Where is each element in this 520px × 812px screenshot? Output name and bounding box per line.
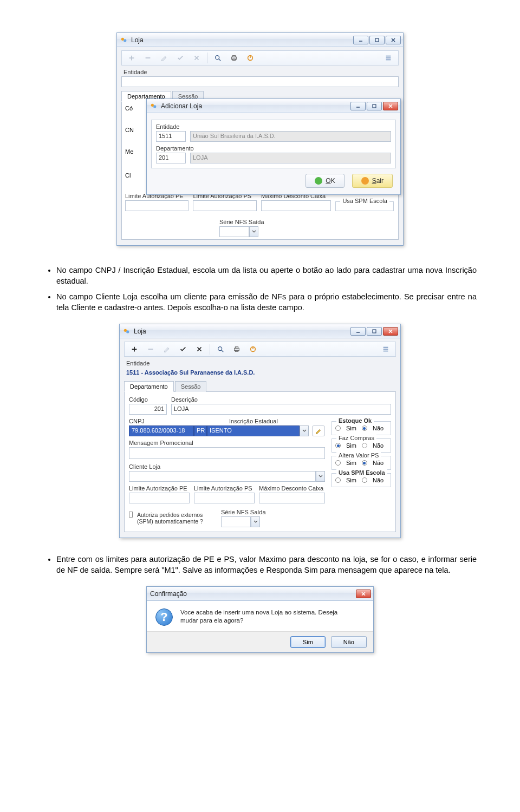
descricao-input[interactable]: LOJA <box>171 404 391 415</box>
question-icon: ? <box>155 608 173 626</box>
alteraps-nao-radio[interactable] <box>362 460 367 466</box>
uf-value[interactable]: PR <box>194 425 207 436</box>
dialog-title: Confirmação <box>150 590 356 598</box>
toolbar-delete-icon[interactable] <box>143 343 158 355</box>
edit-inscr-button[interactable] <box>312 425 325 436</box>
maximize-button[interactable] <box>367 327 382 336</box>
toolbar-power-icon[interactable] <box>245 343 261 355</box>
ok-button[interactable]: OK <box>306 174 344 188</box>
truncated-me: Me <box>125 148 133 155</box>
entidade-name: União Sul Brasileira da I.A.S.D. <box>190 131 391 142</box>
tab-departamento[interactable]: Departamento <box>124 381 174 392</box>
adicionar-loja-dialog: Adicionar Loja Entidade 1511 União Sul B… <box>146 99 401 195</box>
estoque-nao-radio[interactable] <box>362 425 367 431</box>
cliente-loja-label: Cliente Loja <box>129 463 325 470</box>
dialog-title: Adicionar Loja <box>161 102 350 110</box>
maximize-button[interactable] <box>369 36 385 44</box>
sair-button[interactable]: Sair <box>352 174 393 188</box>
inscr-value[interactable]: ISENTO <box>207 425 300 436</box>
alteraps-sim-radio[interactable] <box>335 460 341 466</box>
maximize-button[interactable] <box>367 102 382 110</box>
sim-button[interactable]: Sim <box>290 636 326 648</box>
serie-nfs-dropdown[interactable] <box>249 226 258 237</box>
codigo-label: Código <box>129 396 167 403</box>
close-button[interactable] <box>383 327 398 336</box>
toolbar-power-icon[interactable] <box>243 52 258 64</box>
svg-line-5 <box>219 59 221 61</box>
truncated-cn: CN <box>125 127 134 133</box>
descricao-label: Descrição <box>171 396 391 403</box>
entidade-code[interactable]: 1511 <box>156 131 186 142</box>
bullet-1: No campo CNPJ / Inscrição Estadual, esco… <box>56 265 477 286</box>
serie-nfs-dropdown[interactable] <box>251 516 260 527</box>
toolbar-delete-icon[interactable] <box>140 52 155 64</box>
limite-ps-input[interactable] <box>193 200 256 211</box>
estoque-legend: Estoque Ok <box>336 417 374 424</box>
toolbar-add-icon[interactable] <box>124 52 139 64</box>
toolbar-cancel-icon[interactable] <box>192 343 207 355</box>
toolbar-print-icon[interactable] <box>226 52 242 64</box>
toolbar-print-icon[interactable] <box>229 343 244 355</box>
serie-nfs-label: Série NFS Saída <box>221 509 266 515</box>
usaspm-sim-radio[interactable] <box>335 477 341 483</box>
svg-rect-18 <box>373 330 376 333</box>
cliente-loja-input[interactable] <box>129 471 316 482</box>
toolbar-edit-icon[interactable] <box>157 52 172 64</box>
limite-ps-input[interactable] <box>194 493 255 503</box>
svg-point-1 <box>123 39 126 42</box>
departamento-code[interactable]: 201 <box>156 153 186 163</box>
serie-nfs-input[interactable] <box>219 226 249 237</box>
limite-pe-input[interactable] <box>129 493 190 503</box>
max-desc-input[interactable] <box>261 200 331 211</box>
svg-line-20 <box>222 350 224 352</box>
usa-spm-legend: Usa SPM Escola <box>340 198 389 204</box>
toolbar-edit-icon[interactable] <box>159 343 174 355</box>
limite-pe-label: Limite Autorização PE <box>129 485 190 492</box>
window-title: Loja <box>134 328 350 335</box>
toolbar-add-icon[interactable] <box>127 343 142 355</box>
titlebar: Loja <box>117 33 403 47</box>
estoque-sim-radio[interactable] <box>335 425 341 431</box>
entidade-field[interactable] <box>121 76 399 87</box>
dialog-message: Voce acaba de inserir uma nova Loja ao s… <box>180 608 354 625</box>
close-button[interactable] <box>356 590 371 598</box>
close-button[interactable] <box>383 102 398 110</box>
toolbar-search-icon[interactable] <box>213 343 228 355</box>
close-button[interactable] <box>386 36 401 44</box>
fazcompras-nao-radio[interactable] <box>362 443 367 448</box>
exit-icon <box>361 177 369 185</box>
toolbar-list-icon[interactable] <box>381 52 396 64</box>
fazcompras-legend: Faz Compras <box>336 435 376 441</box>
minimize-button[interactable] <box>350 102 366 110</box>
serie-nfs-input[interactable] <box>221 516 251 527</box>
minimize-button[interactable] <box>353 36 368 44</box>
svg-rect-22 <box>235 347 238 349</box>
svg-point-12 <box>153 105 156 108</box>
toolbar-search-icon[interactable] <box>210 52 225 64</box>
limite-pe-input[interactable] <box>125 200 188 211</box>
max-desc-input[interactable] <box>259 493 325 503</box>
check-icon <box>315 177 322 185</box>
bullet-3: Entre com os limites para autorização de… <box>56 554 477 575</box>
nao-button[interactable]: Não <box>331 636 367 648</box>
toolbar-cancel-icon[interactable] <box>189 52 204 64</box>
max-desc-label: Máximo Desconto Caixa <box>259 485 325 492</box>
autoriza-checkbox[interactable] <box>129 512 133 518</box>
tab-sessao[interactable]: Sessão <box>175 381 207 392</box>
toolbar-save-icon[interactable] <box>176 343 191 355</box>
toolbar-list-icon[interactable] <box>378 343 393 355</box>
inscr-dropdown[interactable] <box>300 425 309 436</box>
app-icon <box>150 102 158 110</box>
usaspm-nao-radio[interactable] <box>362 477 367 483</box>
inscr-label: Inscrição Estadual <box>229 418 325 424</box>
codigo-input[interactable]: 201 <box>129 404 167 415</box>
svg-point-4 <box>216 56 219 60</box>
fazcompras-sim-radio[interactable] <box>335 443 341 448</box>
cnpj-value[interactable]: 79.080.602/0003-18 <box>129 425 194 436</box>
cliente-loja-dropdown[interactable] <box>316 471 325 482</box>
msg-promo-input[interactable] <box>129 447 325 459</box>
svg-point-15 <box>124 329 127 331</box>
minimize-button[interactable] <box>350 327 366 336</box>
toolbar-save-icon[interactable] <box>173 52 188 64</box>
svg-rect-3 <box>375 38 379 42</box>
